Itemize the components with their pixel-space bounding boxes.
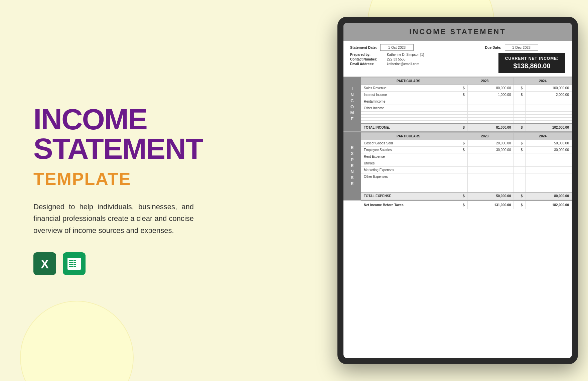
title-statement: STATEMENT [33,134,200,163]
income-total-amt2023: 81,000.00 [467,124,514,131]
document-title: INCOME STATEMENT [343,27,572,36]
expense-total-label: TOTAL EXPENSE [361,192,456,200]
svg-rect-12 [74,266,76,267]
sheets-icon [63,252,86,276]
left-panel: INCOME STATEMENT TEMPLATE Designed to he… [20,0,214,381]
expense-table-container: PARTICULARS 2023 2024 Cost of Goods Sold… [361,132,572,200]
net-income-row: Net Income Before Taxes $ 131,000.00 $ 1… [361,201,572,209]
expense-table-row [361,189,572,193]
prepared-by-value: Katherine D. Simpson [1] [387,53,424,56]
income-table-row: Interest Income $ 1,000.00 $ 2,000.00 [361,92,572,98]
income-row-particulars: Interest Income [361,92,456,98]
svg-rect-8 [74,262,76,263]
expense-row-cur2023: $ [456,147,467,153]
expense-row-cur2024 [514,186,526,189]
income-table-row: Other Income [361,105,572,112]
net-income-cur2024: $ [514,201,526,209]
income-row-particulars [361,118,456,121]
income-row-cur2024 [514,115,526,118]
expense-table-row: Rent Expense [361,153,572,160]
expense-row-particulars: Cost of Goods Sold [361,140,456,147]
income-row-amt2023 [467,112,514,115]
expense-row-amt2023 [467,173,514,180]
net-income-cur2023: $ [456,201,467,209]
expense-row-amt2023 [467,160,514,167]
statement-date-label: Statement Date: [350,45,377,49]
income-section: INCOME PARTICULARS 2023 2024 [343,77,572,131]
contact-label: Contact Number: [350,57,387,61]
income-total-cur2023: $ [456,124,467,131]
net-income-label: Net Income Before Taxes [361,201,456,209]
expense-total-row: TOTAL EXPENSE $ 50,000.00 $ 80,000.00 [361,192,572,200]
svg-rect-9 [69,264,73,265]
subtitle-template: TEMPLATE [33,169,200,189]
expense-row-cur2023 [456,153,467,160]
net-income-amt2023: 131,000.00 [467,201,514,209]
expense-row-cur2023 [456,173,467,180]
email-value: katherine@email.com [387,62,419,66]
income-row-amt2024: 2,000.00 [526,92,572,98]
expense-row-cur2023 [456,189,467,193]
expense-row-amt2024: 30,000.00 [526,147,572,153]
income-total-row: TOTAL INCOME: $ 81,000.00 $ 102,000.00 [361,124,572,131]
expense-section: EXPENSE PARTICULARS 2023 2024 [343,131,572,200]
title-income: INCOME [33,105,200,134]
expense-row-amt2023: 20,000.00 [467,140,514,147]
net-income-amt2024: 182,000.00 [526,201,572,209]
net-income-section: Net Income Before Taxes $ 131,000.00 $ 1… [343,200,572,209]
income-col-2023: 2023 [456,78,514,85]
income-total-label: TOTAL INCOME: [361,124,456,131]
expense-row-amt2024 [526,180,572,183]
income-row-amt2024 [526,115,572,118]
expense-table-row [361,183,572,186]
income-table-row [361,112,572,115]
expense-row-amt2024 [526,153,572,160]
income-row-amt2024: 100,000.00 [526,85,572,92]
expense-row-amt2023 [467,186,514,189]
income-row-amt2023 [467,115,514,118]
income-row-particulars [361,112,456,115]
income-row-cur2024 [514,118,526,121]
income-table-row [361,118,572,121]
income-col-2024: 2024 [514,78,572,85]
expense-row-particulars: Marketing Expenses [361,167,456,173]
excel-icon: X [33,252,56,276]
expense-total-amt2024: 80,000.00 [526,192,572,200]
income-row-amt2024 [526,105,572,112]
income-row-amt2023: 1,000.00 [467,92,514,98]
expense-row-amt2023 [467,167,514,173]
statement-date-value: 1-Oct-2023 [380,44,414,51]
income-row-amt2023: 80,000.00 [467,85,514,92]
expense-row-particulars [361,189,456,193]
expense-row-cur2024 [514,173,526,180]
expense-row-cur2024: $ [514,147,526,153]
expense-total-cur2023: $ [456,192,467,200]
expense-row-cur2023 [456,186,467,189]
income-row-cur2023 [456,105,467,112]
income-total-cur2024: $ [514,124,526,131]
income-row-amt2023 [467,98,514,105]
income-row-cur2023 [456,112,467,115]
svg-rect-7 [69,262,73,263]
expense-row-cur2024: $ [514,140,526,147]
income-row-cur2023: $ [456,85,467,92]
income-row-cur2024 [514,105,526,112]
expense-row-particulars: Utilities [361,160,456,167]
income-row-cur2023 [456,121,467,124]
svg-rect-6 [74,260,76,261]
due-date-label: Due Date: [485,45,501,49]
expense-row-amt2024 [526,167,572,173]
expense-row-particulars: Employee Salaries [361,147,456,153]
expense-row-cur2024 [514,160,526,167]
income-section-label: INCOME [350,86,355,122]
income-row-cur2024 [514,121,526,124]
expense-row-amt2023 [467,189,514,193]
income-table: PARTICULARS 2023 2024 Sales Revenue $ 80… [361,77,572,131]
income-table-row: Rental Income [361,98,572,105]
due-date-section: Due Date: 1-Dec-2023 [458,44,565,51]
current-net-value: $138,860.00 [513,62,550,70]
svg-rect-10 [74,264,76,265]
document: INCOME STATEMENT Statement Date: 1-Oct-2… [343,23,572,358]
expense-row-particulars [361,186,456,189]
expense-table-row: Other Expenses [361,173,572,180]
